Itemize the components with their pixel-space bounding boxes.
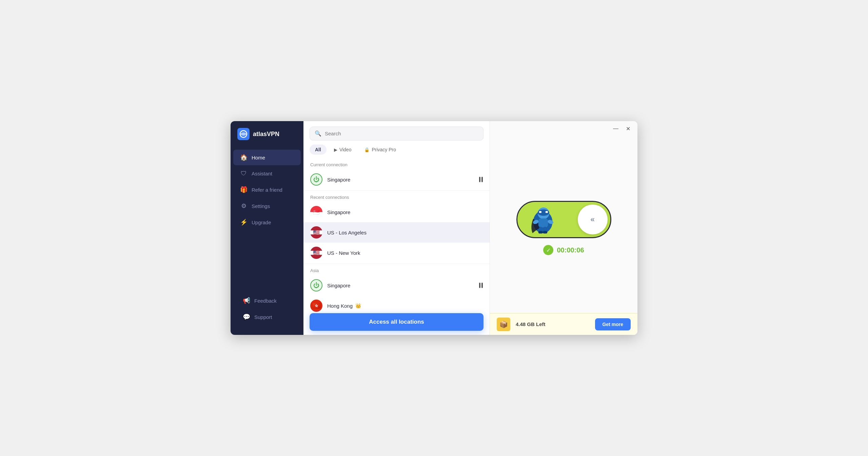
access-all-overlay: Access all locations [303, 309, 490, 335]
section-current-connection: Current connection [303, 159, 490, 169]
settings-icon: ⚙ [240, 202, 248, 210]
filter-tab-privacy-pro[interactable]: 🔒 Privacy Pro [359, 145, 401, 155]
sidebar-item-home-label: Home [252, 155, 265, 160]
sidebar-item-assistant-label: Assistant [252, 171, 272, 176]
data-icon: 📦 [499, 320, 508, 328]
sidebar-item-refer[interactable]: 🎁 Refer a friend [233, 182, 301, 197]
lock-icon: 🔒 [364, 147, 370, 152]
list-item[interactable]: 🇸🇬 Singapore [303, 202, 490, 222]
content-area: 🔍 All ▶ Video 🔒 Privacy Pro [303, 121, 637, 335]
filter-tabs: All ▶ Video 🔒 Privacy Pro [303, 145, 490, 159]
svg-rect-12 [538, 231, 542, 234]
assistant-icon: 🛡 [240, 170, 248, 177]
filter-tab-video[interactable]: ▶ Video [329, 145, 357, 155]
search-icon: 🔍 [315, 130, 321, 137]
mascot-area [524, 204, 561, 235]
list-item[interactable]: Singapore [303, 275, 490, 296]
connection-status: ✓ 00:00:06 [543, 245, 584, 255]
support-icon: 💬 [243, 313, 250, 321]
sidebar-item-home[interactable]: 🏠 Home [233, 150, 301, 165]
svg-rect-7 [538, 218, 548, 228]
pause-bar-4 [481, 283, 483, 288]
toggle-knob[interactable]: « [578, 205, 608, 234]
close-button[interactable]: ✕ [624, 125, 632, 133]
app-window: — ✕ atlasVPN 🏠 Home 🛡 [231, 121, 637, 335]
pause-action-asia[interactable] [479, 283, 483, 288]
location-name-singapore-asia: Singapore [327, 283, 474, 288]
section-asia: Asia [303, 265, 490, 275]
refer-icon: 🎁 [240, 186, 248, 193]
location-name-us-ny: US - New York [327, 250, 483, 256]
location-name-singapore-recent: Singapore [327, 209, 483, 215]
location-panel: 🔍 All ▶ Video 🔒 Privacy Pro [303, 121, 490, 335]
sidebar-item-assistant[interactable]: 🛡 Assistant [233, 166, 301, 181]
get-more-button[interactable]: Get more [595, 318, 631, 330]
title-bar: — ✕ [606, 121, 637, 136]
sidebar-item-settings-label: Settings [252, 203, 270, 209]
list-item[interactable]: Singapore [303, 169, 490, 190]
filter-video-label: Video [339, 147, 352, 152]
flag-singapore-current [310, 173, 322, 186]
flag-singapore-recent: 🇸🇬 [310, 206, 322, 218]
sidebar-item-feedback[interactable]: 📢 Feedback [236, 293, 298, 308]
list-item[interactable]: 🇺🇸 US - Los Angeles [303, 222, 490, 243]
divider [303, 264, 490, 264]
divider [303, 190, 490, 191]
pause-bar-2 [481, 177, 483, 182]
minimize-button[interactable]: — [612, 125, 620, 133]
sidebar-item-support[interactable]: 💬 Support [236, 309, 298, 325]
sidebar-logo: atlasVPN [231, 128, 303, 150]
sidebar: atlasVPN 🏠 Home 🛡 Assistant 🎁 Refer a fr… [231, 121, 303, 335]
status-check-icon: ✓ [543, 245, 553, 255]
filter-privacy-label: Privacy Pro [372, 147, 396, 152]
pause-bar-3 [479, 283, 480, 288]
gb-indicator: 📦 [497, 318, 510, 331]
gb-left-text: 4.48 GB Left [516, 321, 590, 327]
pause-button-current[interactable] [479, 177, 483, 182]
search-input[interactable] [325, 131, 478, 136]
vpn-toggle[interactable]: « [516, 201, 611, 238]
svg-rect-6 [545, 211, 548, 213]
main-layout: atlasVPN 🏠 Home 🛡 Assistant 🎁 Refer a fr… [231, 121, 637, 335]
sidebar-item-settings[interactable]: ⚙ Settings [233, 198, 301, 214]
sidebar-item-upgrade-label: Upgrade [252, 220, 271, 225]
crown-badge: 👑 [355, 303, 361, 308]
location-name-us-la: US - Los Angeles [327, 230, 483, 235]
logo-icon [237, 128, 250, 140]
section-recent-connections: Recent connections [303, 191, 490, 202]
search-bar: 🔍 [303, 121, 490, 145]
sidebar-nav: 🏠 Home 🛡 Assistant 🎁 Refer a friend ⚙ Se… [231, 150, 303, 293]
right-panel: « ✓ 00:00:06 📦 4.48 GB Left Get mor [490, 121, 637, 335]
vpn-toggle-area: « ✓ 00:00:06 [516, 201, 611, 255]
connection-timer: 00:00:06 [557, 246, 584, 254]
location-list: Current connection Singapore R [303, 159, 490, 335]
filter-all-label: All [315, 147, 321, 152]
home-icon: 🏠 [240, 154, 248, 161]
sidebar-item-feedback-label: Feedback [254, 298, 277, 304]
access-all-button[interactable]: Access all locations [310, 313, 484, 331]
location-name-singapore-current: Singapore [327, 177, 474, 183]
svg-rect-5 [539, 211, 541, 213]
pause-action-current[interactable] [479, 177, 483, 182]
mascot-figure [526, 204, 560, 235]
pause-bar-1 [479, 177, 480, 182]
flag-singapore-asia [310, 279, 322, 291]
video-icon: ▶ [334, 147, 337, 152]
location-name-hk: Hong Kong 👑 [327, 303, 483, 309]
upgrade-icon: ⚡ [240, 218, 248, 226]
sidebar-bottom: 📢 Feedback 💬 Support [231, 293, 303, 328]
pause-button-asia[interactable] [479, 283, 483, 288]
search-input-wrap[interactable]: 🔍 [310, 127, 484, 140]
list-item[interactable]: 🇺🇸 US - New York [303, 243, 490, 263]
sidebar-item-support-label: Support [254, 314, 272, 320]
flag-us-la: 🇺🇸 [310, 226, 322, 239]
logo-text: atlasVPN [253, 131, 279, 138]
data-bottom-bar: 📦 4.48 GB Left Get more [490, 313, 637, 335]
sidebar-item-refer-label: Refer a friend [252, 187, 282, 193]
svg-rect-13 [543, 231, 547, 234]
feedback-icon: 📢 [243, 297, 250, 304]
sidebar-item-upgrade[interactable]: ⚡ Upgrade [233, 214, 301, 230]
filter-tab-all[interactable]: All [310, 145, 327, 155]
chevron-left-icon: « [590, 215, 594, 224]
flag-us-ny: 🇺🇸 [310, 247, 322, 259]
